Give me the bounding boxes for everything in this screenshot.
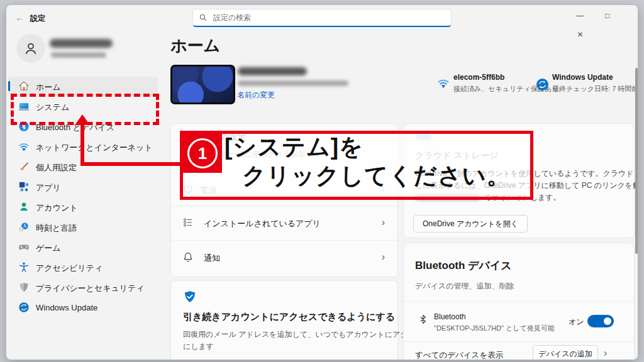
windows-update-status-icon [536,78,549,91]
window-controls: — □ ✕ [568,6,638,44]
sidebar-item-accessibility[interactable]: アクセシビリティ [8,258,158,277]
blurred-device-info [238,80,348,86]
sidebar-item-windows-update[interactable]: Windows Update [8,298,158,317]
toggle-knob [604,317,611,325]
sidebar-item-label: ゲーム [36,243,61,254]
bluetooth-card-subtitle: デバイスの管理、追加、削除 [415,281,514,292]
blurred-user-email [51,52,106,58]
sidebar-item-label: アカウント [36,202,78,214]
chevron-right-icon: › [382,217,385,228]
bluetooth-device-name: Bluetooth [434,312,466,321]
home-icon [18,80,30,92]
blurred-device-name [238,67,307,75]
minimize-button[interactable]: — [568,6,592,25]
annotation-step-badge: 1 [183,134,222,173]
bluetooth-card-title: Bluetooth デバイス [415,258,512,273]
back-arrow-icon[interactable]: ← [15,12,25,23]
bluetooth-rune-icon [418,314,429,325]
settings-window: ← 設定 — □ ✕ ホーム システム Bluetooth とデバイス ネッ [6,4,638,360]
annotation-arrow-line-horizontal [80,162,181,166]
sidebar-item-home[interactable]: ホーム [8,77,158,96]
bluetooth-toggle[interactable] [587,315,614,327]
windows-update-title: Windows Update [552,73,613,82]
window-title: 設定 [30,13,45,24]
account-access-card: 引き続きアカウントにアクセスできるようにする 回復用のメール アドレスを追加して… [170,280,398,360]
scrollbar[interactable] [635,68,638,254]
wifi-status-icon [436,77,452,89]
annotation-text-line2: クリックしてください。 [242,160,511,192]
divider [404,341,634,342]
chevron-right-icon: › [382,252,385,262]
open-onedrive-account-button[interactable]: OneDrive アカウントを開く [413,215,528,233]
avatar[interactable] [16,34,45,63]
sidebar-item-label: Windows Update [36,303,97,312]
sidebar-item-apps[interactable]: アプリ [8,177,158,196]
search-input[interactable] [212,10,441,25]
windows-update-icon [18,302,30,313]
notifications-label: 通知 [204,253,220,264]
sidebar-item-label: 時刻と言語 [36,222,77,234]
notifications-row[interactable]: 通知 › [171,240,397,276]
toggle-state-label: オン [569,317,584,327]
brush-icon [18,161,30,172]
search-icon [199,13,208,22]
installed-apps-label: インストールされているアプリ [204,218,321,229]
annotation-arrow-head [75,114,90,125]
sidebar-item-label: 個人用設定 [36,162,77,173]
page-title: ホーム [170,35,220,57]
bell-icon [182,251,194,263]
person-icon [22,40,40,57]
account-access-title: 引き続きアカウントにアクセスできるようにする [183,311,395,323]
annotation-arrow-line-vertical [80,124,84,165]
sidebar-item-gaming[interactable]: ゲーム [8,238,158,256]
sidebar-item-label: ホーム [36,82,61,93]
bluetooth-devices-card: Bluetooth デバイス デバイスの管理、追加、削除 Bluetooth "… [403,243,635,360]
add-device-button[interactable]: デバイスの追加 [533,345,598,360]
close-button[interactable]: ✕ [568,25,592,44]
sidebar-item-label: アクセシビリティ [36,263,103,274]
sidebar-item-label: アプリ [36,182,61,194]
installed-apps-row[interactable]: インストールされているアプリ › [171,206,397,240]
account-icon [18,201,30,212]
sidebar-item-privacy[interactable]: プライバシーとセキュリティ [8,278,158,297]
chevron-right-icon: › [604,348,607,358]
apps-icon [18,181,30,192]
sidebar-item-time-language[interactable]: 時刻と言語 [8,217,158,236]
maximize-button[interactable]: □ [595,6,619,25]
shield-check-icon [183,289,197,304]
wifi-icon [18,141,30,152]
annotation-text-line1: [システム]を [225,131,364,163]
sidebar-item-accounts[interactable]: アカウント [8,197,158,216]
wifi-network-name: elecom-5ff6bb [453,73,504,82]
shield-icon [18,282,30,293]
blurred-user-name [50,39,113,48]
rename-link[interactable]: 名前の変更 [237,90,275,101]
annotation-callout-box: 1 [システム]を クリックしてください。 [180,131,533,200]
accessibility-icon [18,261,30,273]
show-all-devices-link[interactable]: すべてのデバイスを表示 [415,350,503,360]
sidebar-item-label: ネットワークとインターネット [36,142,153,153]
divider [404,301,634,302]
search-box[interactable] [192,9,452,27]
gamepad-icon [18,241,30,253]
device-thumbnail [170,65,235,104]
windows-update-status: 最終チェック日時: 7 時間前 [552,84,638,94]
apps-list-icon [182,217,194,228]
bluetooth-device-status: "DESKTOP-J5SL7HD" として発見可能 [434,324,555,333]
sidebar-item-label: プライバシーとセキュリティ [36,283,145,294]
clock-globe-icon [18,221,30,233]
step-number: 1 [187,138,218,168]
